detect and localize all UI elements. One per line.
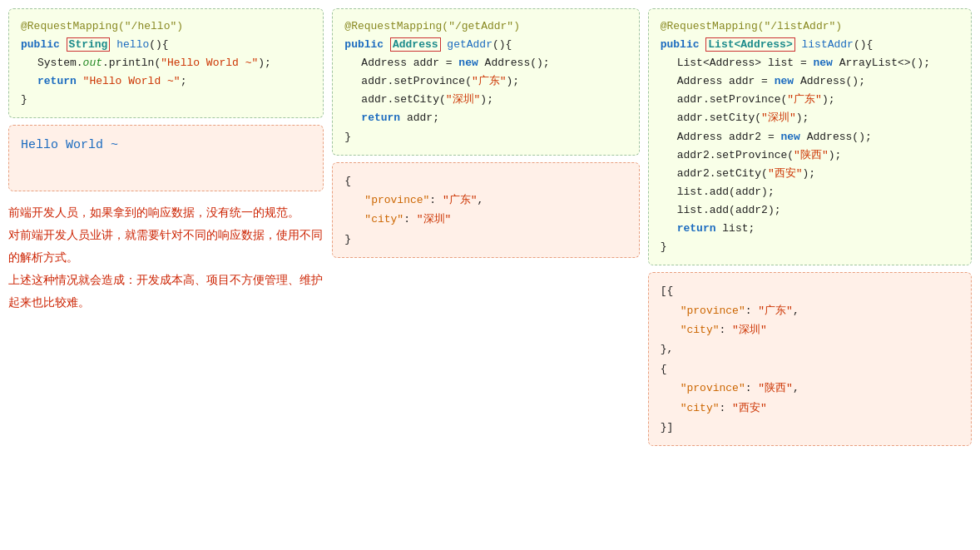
addr-city-line: addr.setCity("深圳"); [344, 91, 626, 109]
type-string-highlight: String [67, 37, 111, 52]
addr-new-line: Address addr = new Address(); [344, 54, 626, 72]
code-box-hello: @RequestMapping("/hello") public String … [8, 8, 324, 118]
json-city2: "city": "西安" [661, 399, 959, 418]
addr2-city-line: addr2.setCity("西安"); [661, 165, 959, 183]
addr-city-line2: addr.setCity("深圳"); [661, 109, 959, 127]
list-return: return list; [661, 220, 959, 238]
type-listaddress-highlight: List<Address> [705, 37, 794, 52]
addr-province-line: addr.setProvince("广东"); [344, 72, 626, 91]
info-line1: 前端开发人员，如果拿到的响应数据，没有统一的规范。 [8, 201, 324, 224]
addr2-province-line: addr2.setProvince("陕西"); [661, 146, 959, 165]
method-sig-listaddr: public List<Address> listAddr(){ [661, 36, 959, 54]
annotation-hello: @RequestMapping("/hello") [21, 17, 311, 36]
addr-new-line2: Address addr = new Address(); [661, 72, 959, 91]
type-address-highlight: Address [390, 37, 441, 52]
json-city1: "city": "深圳" [661, 320, 959, 339]
annotation-listaddr: @RequestMapping("/listAddr") [661, 17, 959, 36]
close-getaddr: } [344, 128, 626, 146]
info-text: 前端开发人员，如果拿到的响应数据，没有统一的规范。 对前端开发人员业讲，就需要针… [8, 201, 324, 314]
result-box-getaddr: { "province": "广东", "city": "深圳" } [332, 162, 639, 259]
hello-world-result: Hello World ~ [21, 134, 311, 156]
sysout-line: System.out.println("Hello World ~"); [21, 54, 311, 72]
method-sig-hello: public String hello(){ [21, 36, 311, 54]
addr-province-line2: addr.setProvince("广东"); [661, 91, 959, 109]
info-line3: 上述这种情况就会造成：开发成本高、项目不方便管理、维护起来也比较难。 [8, 269, 324, 314]
column-3: @RequestMapping("/listAddr") public List… [648, 8, 972, 446]
json-array-open: [{ [661, 281, 959, 300]
json-close: } [344, 230, 626, 249]
json-open: { [344, 171, 626, 191]
close-listaddr: } [661, 238, 959, 256]
json-province1: "province": "广东", [661, 301, 959, 320]
json-obj-close1: }, [661, 339, 959, 359]
json-obj-open2: { [661, 359, 959, 379]
code-box-getaddr: @RequestMapping("/getAddr") public Addre… [332, 8, 639, 156]
return-line-hello: return "Hello World ~"; [21, 72, 311, 91]
list-add-addr: list.add(addr); [661, 183, 959, 201]
close-hello: } [21, 91, 311, 109]
main-container: @RequestMapping("/hello") public String … [8, 8, 972, 446]
json-province: "province": "广东", [344, 191, 626, 210]
json-array-close: }] [661, 418, 959, 437]
result-box-listaddr: [{ "province": "广东", "city": "深圳" }, { "… [648, 272, 972, 446]
annotation-getaddr: @RequestMapping("/getAddr") [344, 17, 626, 36]
column-1: @RequestMapping("/hello") public String … [8, 8, 324, 314]
json-city: "city": "深圳" [344, 210, 626, 229]
json-province2: "province": "陕西", [661, 379, 959, 398]
addr2-new-line: Address addr2 = new Address(); [661, 128, 959, 146]
method-sig-getaddr: public Address getAddr(){ [344, 36, 626, 54]
column-2: @RequestMapping("/getAddr") public Addre… [332, 8, 639, 258]
result-box-hello: Hello World ~ [8, 125, 324, 191]
list-new-line: List<Address> list = new ArrayList<>(); [661, 54, 959, 72]
addr-return-line: return addr; [344, 109, 626, 127]
code-box-listaddr: @RequestMapping("/listAddr") public List… [648, 8, 972, 265]
list-add-addr2: list.add(addr2); [661, 201, 959, 220]
info-line2: 对前端开发人员业讲，就需要针对不同的响应数据，使用不同的解析方式。 [8, 224, 324, 269]
